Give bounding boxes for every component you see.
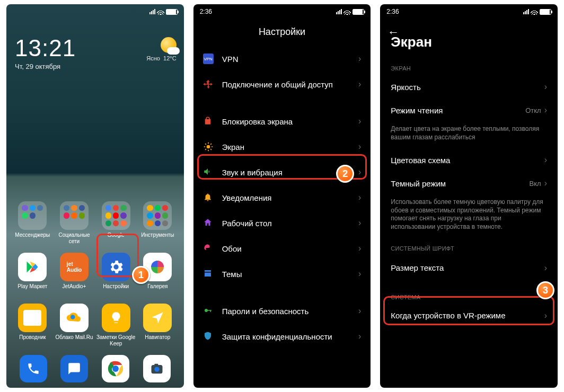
- brightness-icon: [203, 141, 214, 152]
- svg-rect-6: [154, 364, 158, 366]
- dock-camera[interactable]: [143, 355, 171, 382]
- app-navigator[interactable]: Навигатор: [137, 304, 179, 346]
- battery-icon: [352, 9, 364, 15]
- settings-list[interactable]: VPN VPN › Подключение и общий доступ › Б…: [193, 46, 371, 388]
- app-google-keep[interactable]: Заметки Google Keep: [95, 304, 137, 346]
- callout-3: 3: [536, 281, 554, 299]
- app-file-explorer[interactable]: Проводник: [12, 304, 54, 346]
- key-icon: [203, 306, 214, 316]
- phone-settings-screen: 2:36 Настройки VPN VPN › Подключение и о…: [193, 4, 371, 388]
- row-passwords-security[interactable]: Пароли и безопасность ›: [193, 298, 371, 324]
- lock-icon: [203, 116, 214, 127]
- row-display[interactable]: Экран ›: [193, 134, 371, 159]
- page-title: Настройки: [193, 19, 371, 46]
- chevron-right-icon: ›: [544, 82, 547, 92]
- status-bar: 2:36: [193, 4, 371, 19]
- signal-icon: [336, 9, 342, 14]
- chevron-right-icon: ›: [358, 79, 361, 89]
- dock: [6, 355, 184, 382]
- callout-1: 1: [132, 266, 150, 284]
- section-screen: ЭКРАН: [380, 58, 558, 75]
- chevron-right-icon: ›: [358, 167, 361, 177]
- chevron-right-icon: ›: [358, 244, 361, 253]
- chevron-right-icon: ›: [358, 117, 361, 126]
- chevron-right-icon: ›: [358, 218, 361, 228]
- weather-widget[interactable]: Ясно 12°C: [146, 37, 176, 61]
- share-icon: [203, 79, 214, 90]
- chevron-right-icon: ›: [358, 142, 361, 152]
- signal-icon: [149, 9, 155, 14]
- svg-rect-10: [210, 310, 211, 312]
- row-vr-mode[interactable]: Когда устройство в VR-режиме ›: [380, 304, 558, 328]
- signal-icon: [523, 9, 529, 14]
- section-system: СИСТЕМА: [380, 281, 558, 304]
- row-home-screen[interactable]: Рабочий стол ›: [193, 210, 371, 236]
- back-button[interactable]: ←: [387, 25, 399, 39]
- battery-icon: [166, 9, 178, 15]
- section-system-font: СИСТЕМНЫЙ ШРИФТ: [380, 238, 558, 255]
- phone-home-screen: 13:21 Чт, 29 октября Ясно 12°C Мессендже…: [6, 4, 184, 388]
- folder-tools[interactable]: Инструменты: [137, 201, 179, 244]
- chevron-right-icon: ›: [358, 332, 361, 341]
- wifi-icon: [531, 7, 538, 16]
- status-bar: [6, 4, 184, 19]
- row-dark-mode[interactable]: Темный режим Вкл › Использовать более те…: [380, 172, 558, 237]
- svg-point-8: [205, 309, 208, 312]
- svg-point-1: [70, 315, 75, 319]
- dock-chrome[interactable]: [102, 355, 129, 382]
- vpn-icon: VPN: [203, 54, 214, 64]
- wallpaper-icon: [203, 243, 214, 254]
- shield-icon: [203, 331, 214, 342]
- folder-google[interactable]: Google: [95, 201, 137, 244]
- home-icon: [203, 218, 214, 228]
- wifi-icon: [343, 7, 351, 16]
- chevron-right-icon: ›: [544, 311, 547, 320]
- status-time: 2:36: [386, 8, 399, 15]
- phone-display-screen: 2:36 ← Экран ЭКРАН Яркость › Режим чтени…: [380, 4, 558, 388]
- battery-icon: [540, 9, 551, 15]
- row-connection-share[interactable]: Подключение и общий доступ ›: [193, 72, 371, 97]
- weather-temp: 12°C: [163, 55, 177, 61]
- weather-icon: [161, 37, 177, 53]
- row-privacy[interactable]: Защита конфиденциальности ›: [193, 324, 371, 349]
- status-bar: 2:36: [380, 4, 558, 19]
- folder-messengers[interactable]: Мессенджеры: [12, 201, 54, 244]
- row-color-scheme[interactable]: Цветовая схема ›: [380, 148, 558, 172]
- dock-phone[interactable]: [20, 355, 47, 382]
- row-brightness[interactable]: Яркость ›: [380, 75, 558, 99]
- chevron-right-icon: ›: [544, 263, 547, 273]
- dock-messages[interactable]: [60, 355, 88, 382]
- app-jetaudio[interactable]: jetAudio JetAudio+: [54, 253, 95, 295]
- app-play-market[interactable]: Play Маркет: [12, 253, 54, 295]
- row-themes[interactable]: Темы ›: [193, 261, 371, 287]
- app-grid: Мессенджеры Социальные сети Google Инстр…: [6, 201, 184, 346]
- chevron-right-icon: ›: [544, 179, 547, 188]
- app-settings[interactable]: Настройки: [95, 253, 137, 295]
- app-mailru-cloud[interactable]: Облако Mail.Ru: [54, 304, 95, 346]
- row-notifications[interactable]: Уведомления ›: [193, 185, 371, 210]
- status-time: 2:36: [200, 8, 212, 15]
- chevron-right-icon: ›: [358, 54, 361, 64]
- chevron-right-icon: ›: [544, 155, 547, 165]
- chevron-right-icon: ›: [358, 269, 361, 279]
- weather-cond: Ясно: [146, 55, 160, 61]
- chevron-right-icon: ›: [358, 306, 361, 316]
- bell-icon: [203, 192, 214, 203]
- chevron-right-icon: ›: [544, 105, 547, 115]
- row-reading-mode[interactable]: Режим чтения Откл › Делает цвета на экра…: [380, 99, 558, 148]
- row-text-size[interactable]: Размер текста ›: [380, 255, 558, 281]
- themes-icon: [203, 269, 214, 279]
- wifi-icon: [157, 7, 164, 16]
- clock-date: Чт, 29 октября: [15, 63, 175, 70]
- svg-point-7: [206, 145, 210, 149]
- sound-icon: [203, 167, 214, 177]
- reading-mode-value: Откл: [525, 106, 541, 114]
- row-lock-screen[interactable]: Блокировка экрана ›: [193, 109, 371, 134]
- folder-social[interactable]: Социальные сети: [54, 201, 95, 244]
- chevron-right-icon: ›: [358, 193, 361, 202]
- row-vpn[interactable]: VPN VPN ›: [193, 46, 371, 72]
- svg-point-5: [154, 367, 159, 372]
- dark-mode-value: Вкл: [530, 180, 541, 188]
- row-wallpaper[interactable]: Обои ›: [193, 236, 371, 261]
- page-title: Экран: [380, 31, 558, 58]
